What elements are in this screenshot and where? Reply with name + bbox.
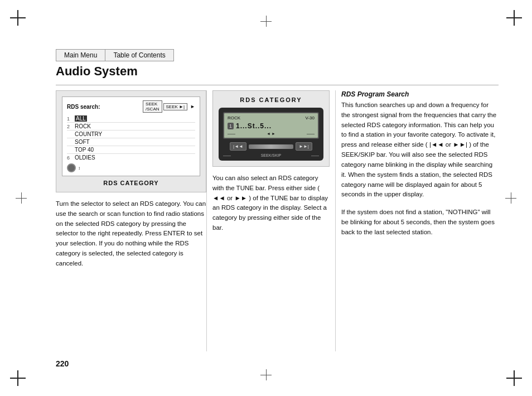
rds-category-label: RDS CATEGORY: [62, 180, 200, 186]
mid-body-text: You can also select an RDS category with…: [212, 173, 330, 233]
list-item: TOP 40: [67, 146, 195, 154]
rds-header-row: RDS search: SEEK/SCAN SEEK ►| ►: [67, 100, 195, 113]
rds-category-illustration: RDS search: SEEK/SCAN SEEK ►| ► 1 ALL 2 …: [56, 90, 206, 192]
prev-button[interactable]: |◄◄: [230, 142, 246, 151]
list-item: 1 ALL: [67, 115, 195, 123]
left-panel: RDS search: SEEK/SCAN SEEK ►| ► 1 ALL 2 …: [56, 90, 206, 351]
radio-controls: |◄◄ ►►|: [223, 142, 319, 151]
page-number: 220: [56, 359, 69, 368]
rds-category-list: 1 ALL 2 ROCK COUNTRY SOFT: [67, 115, 195, 161]
list-item: COUNTRY: [67, 131, 195, 138]
list-item: 6 OLDIES: [67, 154, 195, 161]
corner-mark-tl: [10, 10, 26, 26]
tune-bar[interactable]: [249, 144, 293, 149]
right-para2: If the system does not find a station, "…: [341, 207, 499, 237]
corner-mark-tr: [506, 10, 522, 26]
crosshair-left: [16, 192, 27, 204]
screen-label-v30: V-30: [306, 115, 315, 120]
knob-area: ↕: [67, 163, 195, 172]
preset-indicator: 1: [228, 123, 234, 129]
list-item: 2 ROCK: [67, 123, 195, 131]
rds-cat-display: RDS CATEGORY ROCK V-30 1 1...St..5... ——…: [212, 90, 330, 167]
mid-panel: RDS CATEGORY ROCK V-30 1 1...St..5... ——…: [207, 90, 335, 351]
corner-mark-bl: [10, 370, 26, 386]
rds-inner-panel: RDS search: SEEK/SCAN SEEK ►| ► 1 ALL 2 …: [62, 96, 200, 176]
screen-frequency: 1...St..5...: [236, 122, 272, 130]
right-panel: RDS Program Search This function searche…: [336, 90, 499, 351]
screen-label-rock: ROCK: [228, 115, 240, 120]
rds-buttons: SEEK/SCAN SEEK ►| ►: [143, 100, 195, 113]
seek-scan-button[interactable]: SEEK/SCAN: [143, 100, 162, 113]
radio-screen: ROCK V-30 1 1...St..5... —— ◄ ► ——: [223, 112, 319, 139]
list-item: SOFT: [67, 138, 195, 146]
crosshair-top: [260, 16, 272, 27]
title-rule: [56, 85, 499, 85]
selector-knob: [67, 163, 76, 172]
rds-cat-display-title: RDS CATEGORY: [219, 96, 323, 103]
corner-mark-br: [506, 370, 522, 386]
bottom-labels: —— SEEK/SKIP ——: [223, 153, 319, 157]
rds-search-label: RDS search:: [67, 104, 100, 110]
crosshair-right: [505, 192, 516, 204]
crosshair-bottom: [260, 369, 272, 380]
content-area: RDS search: SEEK/SCAN SEEK ►| ► 1 ALL 2 …: [56, 90, 499, 351]
arrow-indicator: ►: [190, 104, 195, 109]
table-of-contents-button[interactable]: Table of Contents: [105, 49, 173, 61]
radio-unit: ROCK V-30 1 1...St..5... —— ◄ ► —— |◄◄: [219, 108, 323, 161]
next-button[interactable]: ►►|: [296, 142, 312, 151]
main-menu-button[interactable]: Main Menu: [56, 49, 105, 61]
screen-mid-row: 1 1...St..5...: [228, 122, 315, 130]
right-para1: This function searches up and down a fre…: [341, 100, 499, 200]
radio-screen-bot: —— ◄ ► ——: [228, 132, 315, 136]
page-title: Audio System: [56, 64, 138, 79]
right-subtitle: RDS Program Search: [341, 90, 499, 98]
top-nav: Main Menu Table of Contents: [56, 49, 174, 61]
seek-fwd-button[interactable]: SEEK ►|: [163, 103, 188, 110]
left-body-text: Turn the selector to select an RDS categ…: [56, 199, 206, 269]
radio-screen-top: ROCK V-30: [228, 115, 315, 120]
